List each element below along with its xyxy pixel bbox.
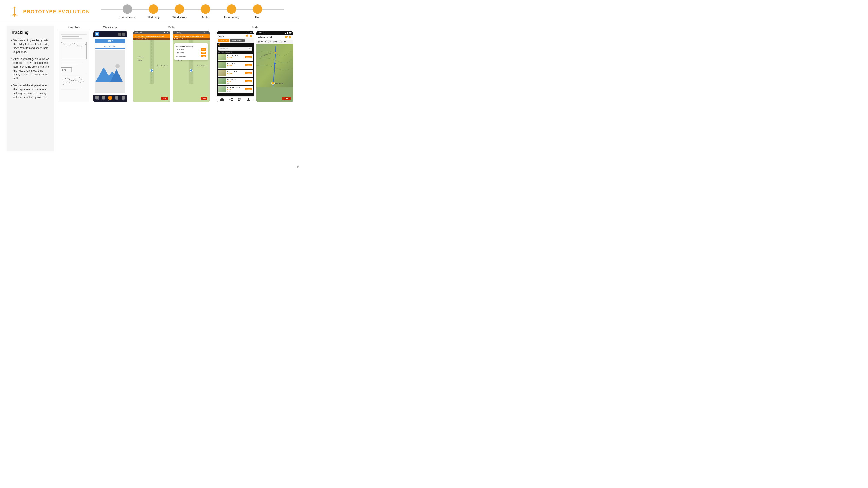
timeline-label-hifi: Hi-fi xyxy=(255,15,260,19)
hifi-stat-duration-value: 07:32:11 xyxy=(265,40,271,42)
hifi-trail-item-2: Flume Trail ★★★★ 23.1 mi SELECT xyxy=(218,62,253,69)
hifi-stat-elevation-label: Elevation xyxy=(273,42,278,43)
wf-nav-record[interactable]: Record xyxy=(108,96,112,101)
hifi-trail-thumb-2 xyxy=(218,62,226,68)
hifi-trail-name-5: South Tahoe Trail xyxy=(227,87,244,89)
svg-rect-64 xyxy=(289,32,291,33)
hifi-stat-terrain-value: Off road xyxy=(280,40,286,42)
hifi-trail-thumb-5 xyxy=(218,86,226,92)
svg-text:Meeks Bay Resort: Meeks Bay Resort xyxy=(196,65,207,66)
midfi-map-area-2: Ed pond Marion Meeks Bay Resort Add Frie… xyxy=(173,40,210,102)
hifi-nav-home[interactable] xyxy=(220,98,224,101)
svg-point-69 xyxy=(274,63,276,64)
midfi-stop-button-2[interactable]: Stop xyxy=(200,97,208,100)
share-icon xyxy=(115,96,119,99)
midfi-add-friend-3[interactable]: Add xyxy=(201,55,206,57)
wf-nav-plan[interactable]: Plan xyxy=(101,96,105,101)
wf-nav-profile-label: Profile xyxy=(121,99,125,100)
wireframe-phone: STOP ADD FRIEND xyxy=(93,31,127,102)
midfi-friend-tracking-btn-2[interactable]: Add Friend Tracking xyxy=(173,38,210,40)
hifi-select-btn-1[interactable]: SELECT xyxy=(245,56,252,58)
wf-nav-bar: Home Plan Record Share xyxy=(93,95,127,102)
timeline-label-usertesting: User testing xyxy=(224,15,239,19)
hifi-options-btn[interactable]: OPTIONS xyxy=(218,39,229,42)
timeline-dot-brainstorming xyxy=(123,4,132,14)
record-icon xyxy=(108,96,112,100)
wf-nav-home[interactable]: Home xyxy=(95,96,99,101)
midfi-add-friend-2[interactable]: Add xyxy=(201,52,206,54)
midfi-trail-name: Rim Trail xyxy=(137,35,144,37)
hifi-nav-profile[interactable] xyxy=(247,98,250,101)
wf-map-placeholder xyxy=(95,50,125,93)
timeline-item-brainstorming[interactable]: Brainstorming xyxy=(114,4,141,19)
page-number: 16 xyxy=(297,166,300,169)
timeline-dot-usertesting xyxy=(227,4,236,14)
section-sketches: Sketches xyxy=(59,26,89,102)
filter-icon xyxy=(219,40,221,41)
hifi-trail-item-1: Tahoe Rim Trail ★★★★ 10.5 mi SELECT xyxy=(218,54,253,61)
timeline-item-sketching[interactable]: Sketching xyxy=(141,4,166,19)
hifi-stat-duration-label: Duration xyxy=(266,42,270,43)
content-area: Sketches xyxy=(59,26,297,152)
svg-rect-61 xyxy=(287,32,287,34)
logo-area: PROTOTYPE EVOLUTION xyxy=(9,6,90,18)
hifi-select-btn-4[interactable]: SELECT xyxy=(245,80,252,83)
hifi-trail-stats: 15.3 mi Distance 07:32:11 Duration 994 f… xyxy=(256,40,293,44)
hifi-map-body: Tahoe Rim Trail 324 Lakeview Court STOP xyxy=(256,44,293,102)
midfi-phones: Add stop ▶ ✕ ◀ Rim Trail ▶ east toward D… xyxy=(133,31,210,102)
wf-nav-share[interactable]: Share xyxy=(115,96,119,101)
svg-text:Meeks Bay Resort: Meeks Bay Resort xyxy=(157,65,168,66)
svg-point-32 xyxy=(150,69,153,72)
left-panel: Tracking We wanted to give the cyclists … xyxy=(6,26,54,152)
hifi-track-friends-btn[interactable]: TRACK FRIENDS xyxy=(230,39,245,42)
midfi-close-btn-2[interactable]: ✕ xyxy=(206,32,208,34)
midfi-stop-button-1[interactable]: Stop xyxy=(161,97,168,100)
hifi-trail-info-2: Flume Trail ★★★★ 23.1 mi xyxy=(227,63,244,68)
hifi-search-bar[interactable]: Find a route xyxy=(218,47,252,51)
svg-point-57 xyxy=(240,98,241,100)
hifi-map-status-bar: 1:01:11am xyxy=(256,31,293,35)
timeline-label-midfi: Mid-fi xyxy=(202,15,209,19)
timeline-label-wireframes: Wireframes xyxy=(172,15,187,19)
timeline-item-midfi[interactable]: Mid-fi xyxy=(192,4,219,19)
timeline-item-hifi[interactable]: Hi-fi xyxy=(245,4,271,19)
hifi-nav-share[interactable] xyxy=(229,98,233,101)
midfi-friend-row-2: Tim Smith Add xyxy=(176,52,206,54)
svg-text:Tahoe Rim Trail: Tahoe Rim Trail xyxy=(274,83,283,84)
hifi-select-btn-3[interactable]: SELECT xyxy=(245,72,252,74)
svg-line-55 xyxy=(230,100,231,100)
hifi-select-btn-2[interactable]: SELECT xyxy=(245,64,252,66)
hifi-select-btn-5[interactable]: SELECT xyxy=(245,88,252,91)
svg-point-70 xyxy=(272,82,274,85)
midfi-close-btn[interactable]: ✕ xyxy=(167,32,168,34)
bullet-2: After user testing, we found we needed t… xyxy=(11,57,50,80)
hifi-stop-button-map[interactable]: STOP xyxy=(282,97,291,100)
svg-rect-65 xyxy=(291,33,292,33)
wf-stop-button[interactable]: STOP xyxy=(95,39,125,43)
home-icon xyxy=(95,96,99,99)
midfi-friend-tracking-btn[interactable]: Add Friend Tracking xyxy=(133,38,170,40)
timeline-item-wireframes[interactable]: Wireframes xyxy=(166,4,192,19)
hifi-nav-friends[interactable] xyxy=(238,98,242,101)
hifi-trail-name-3: Palo Alto Trail xyxy=(227,71,244,73)
hifi-trail-thumb-1 xyxy=(218,54,226,60)
wf-add-friend-button[interactable]: ADD FRIEND xyxy=(95,44,125,48)
search-icon xyxy=(249,48,251,50)
midfi-trail-bar-2: ◀ Rim Trail ▶ east toward Drum Rd xyxy=(173,34,210,38)
wf-heart-icon xyxy=(118,33,121,36)
wf-nav-profile[interactable]: Profile xyxy=(121,96,125,101)
svg-point-53 xyxy=(229,99,230,100)
hifi-trail-details-1: 10.5 mi xyxy=(227,58,244,60)
hifi-trail-details-3: 34.8 mi xyxy=(227,74,244,76)
header: PROTOTYPE EVOLUTION Brainstorming Sketch… xyxy=(0,0,304,21)
timeline-item-usertesting[interactable]: User testing xyxy=(219,4,245,19)
panel-title: Tracking xyxy=(11,30,50,35)
signal-icon xyxy=(285,32,288,34)
hifi-trail-details-5: 19.8 mi xyxy=(227,91,244,92)
svg-line-50 xyxy=(250,49,251,50)
midfi-add-friend-1[interactable]: Add xyxy=(201,48,206,51)
section-midfi: Mid-fi Add stop ▶ ✕ xyxy=(131,26,212,102)
wf-nav-share-label: Share xyxy=(115,99,119,100)
wf-nav-home-label: Home xyxy=(95,99,99,100)
svg-line-54 xyxy=(230,99,231,99)
